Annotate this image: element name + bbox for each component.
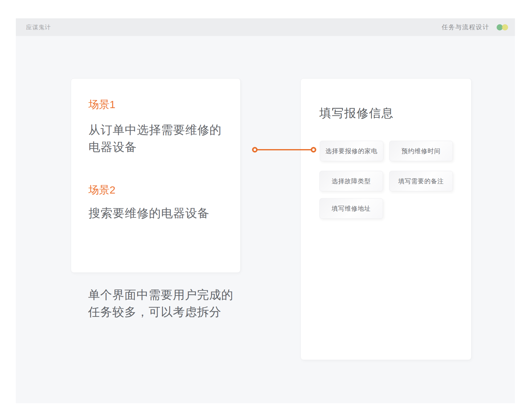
header-bar: 应谋鬼计 任务与流程设计 [16,18,515,36]
connector-line [255,149,313,150]
repair-form-card: 填写报修信息 选择要报修的家电 预约维修时间 选择故障类型 填写需要的备注 填写… [300,78,471,360]
note-text: 单个界面中需要用户完成的 任务较多，可以考虑拆分 [88,286,233,321]
scene1-description-line1: 从订单中选择需要维修的 [88,121,222,139]
scene1-description-line2: 电器设备 [88,139,222,156]
page-root: { "header": { "brand": "应谋鬼计", "section_… [0,0,532,420]
connector-dot-right-icon [311,147,316,153]
brand-text: 应谋鬼计 [26,23,51,31]
scene2-label: 场景2 [88,183,115,197]
form-card-title: 填写报修信息 [319,105,394,121]
scenario-card: 场景1 从订单中选择需要维修的 电器设备 场景2 搜索要维修的电器设备 [71,78,241,273]
task-chip-fault-type[interactable]: 选择故障类型 [319,171,383,191]
yellow-circle-icon [502,24,508,30]
task-chip-address[interactable]: 填写维修地址 [319,198,383,219]
task-chip-remarks[interactable]: 填写需要的备注 [389,171,453,191]
task-chip-select-appliance[interactable]: 选择要报修的家电 [320,141,383,161]
section-title: 任务与流程设计 [442,23,489,31]
note-text-line1: 单个界面中需要用户完成的 [88,286,233,304]
scene1-label: 场景1 [88,98,115,111]
scene2-description-line1: 搜索要维修的电器设备 [88,205,210,222]
note-text-line2: 任务较多，可以考虑拆分 [88,304,233,321]
scene1-description: 从订单中选择需要维修的 电器设备 [88,121,222,156]
logo [497,24,508,30]
slide: 应谋鬼计 任务与流程设计 场景1 从订单中选择需要维修的 电器设备 场景2 搜索… [16,18,515,403]
scene2-description: 搜索要维修的电器设备 [88,205,210,222]
connector-dot-left-icon [252,147,258,153]
task-chip-schedule-time[interactable]: 预约维修时间 [389,141,453,161]
